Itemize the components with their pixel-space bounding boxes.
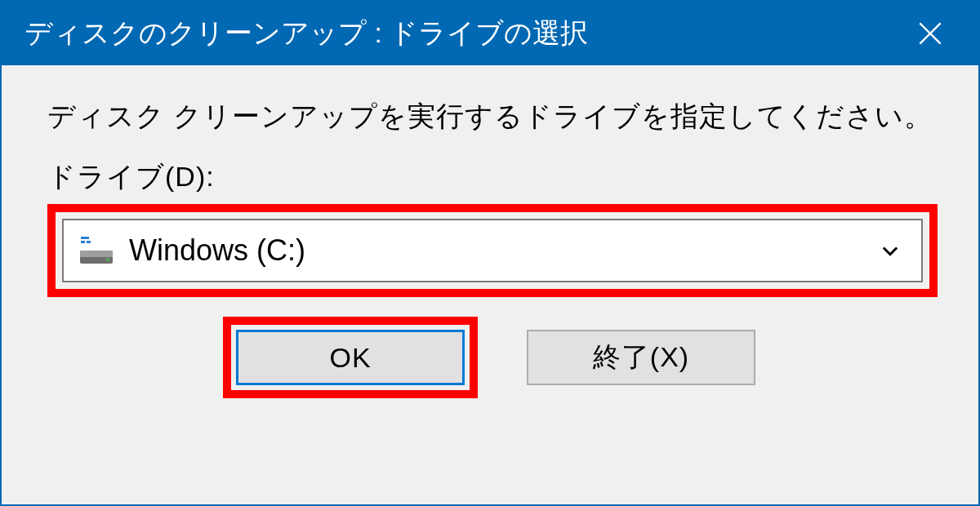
drive-icon	[78, 233, 114, 269]
svg-rect-3	[81, 241, 85, 243]
close-icon	[915, 18, 946, 49]
svg-rect-4	[87, 241, 91, 243]
disk-cleanup-dialog: ディスクのクリーンアップ : ドライブの選択 ディスク クリーンアップを実行する…	[0, 0, 980, 506]
drive-select[interactable]: Windows (C:)	[62, 219, 923, 282]
titlebar: ディスクのクリーンアップ : ドライブの選択	[2, 2, 978, 65]
instruction-text: ディスク クリーンアップを実行するドライブを指定してください。	[47, 98, 938, 135]
drive-label: ドライブ(D):	[47, 158, 938, 196]
svg-point-7	[106, 258, 109, 261]
close-button[interactable]	[902, 2, 959, 65]
ok-button[interactable]: OK	[236, 330, 465, 385]
exit-button[interactable]: 終了(X)	[527, 330, 755, 385]
svg-rect-2	[81, 237, 89, 239]
dropdown-highlight: Windows (C:)	[47, 204, 938, 297]
button-row: OK 終了(X)	[47, 317, 938, 398]
dialog-content: ディスク クリーンアップを実行するドライブを指定してください。 ドライブ(D):…	[2, 65, 978, 504]
selected-drive-text: Windows (C:)	[129, 233, 879, 268]
chevron-down-icon	[879, 239, 902, 262]
svg-rect-6	[80, 251, 113, 257]
window-title: ディスクのクリーンアップ : ドライブの選択	[24, 15, 588, 52]
ok-button-highlight: OK	[223, 317, 478, 398]
